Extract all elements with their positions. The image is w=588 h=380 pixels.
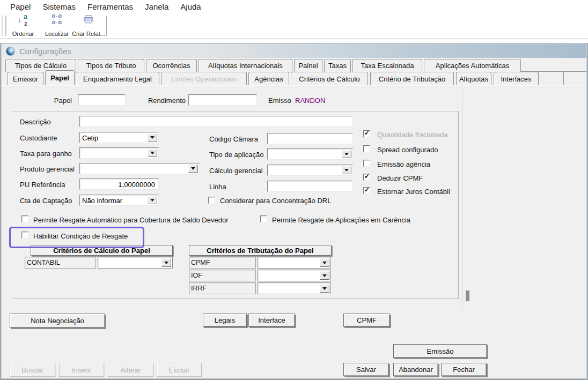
tab-tipos-de-tributo[interactable]: Tipos de Tributo	[78, 59, 144, 72]
tipo-aplicacao-combo[interactable]	[267, 148, 353, 160]
tab-aliquotas[interactable]: Alíquotas	[456, 72, 491, 85]
menu-papel[interactable]: Papel	[4, 1, 36, 13]
cta-captacao-combo-value: Não informar	[82, 196, 122, 204]
chevron-down-icon[interactable]	[320, 271, 329, 280]
emissao-agencia-checkbox[interactable]	[363, 160, 370, 167]
chevron-down-icon[interactable]	[148, 133, 157, 141]
descricao-input[interactable]	[79, 116, 352, 127]
button-label: Buscar	[21, 366, 43, 374]
considerar-drl-checkbox[interactable]	[208, 197, 215, 204]
grid-tributacao-row-iof[interactable]: IOF	[189, 270, 256, 281]
pu-referencia-label: PU Referência	[20, 181, 65, 189]
rendimento-input[interactable]	[188, 94, 257, 106]
window-title: Configurações	[19, 47, 71, 56]
papel-input[interactable]	[78, 94, 126, 106]
tab-label: Limites Operacionais	[171, 75, 236, 83]
tab-interfaces[interactable]: Interfaces	[494, 72, 539, 85]
spread-configurado-checkbox[interactable]	[363, 145, 370, 152]
localizar-label: Localizar	[45, 31, 69, 37]
estornar-juros-contabil-checkbox[interactable]	[363, 187, 370, 194]
button-label: Inserir	[72, 366, 91, 374]
permite-resgate-automatico-checkbox[interactable]	[21, 215, 28, 222]
ordenar-button[interactable]: ↓az Ordenar	[8, 14, 39, 37]
window-titlebar[interactable]: Configurações	[2, 44, 586, 58]
tab-enquadramento-legal[interactable]: Enquadramento Legal	[76, 72, 159, 85]
menu-janela[interactable]: Janela	[139, 1, 174, 13]
deduzir-cpmf-checkbox[interactable]	[363, 174, 370, 181]
button-label: Emissão	[427, 347, 454, 355]
button-label: CPMF	[357, 316, 377, 324]
salvar-button[interactable]: Salvar	[343, 363, 389, 376]
emissor-value: RANDON	[295, 96, 325, 105]
tab-criterios-de-calculo[interactable]: Critérios de Cálculo	[291, 72, 368, 85]
app-icon	[6, 47, 15, 56]
tab-papel[interactable]: Papel	[45, 70, 75, 85]
toolbar-gripper[interactable]	[2, 16, 6, 36]
tab-agencias[interactable]: Agências	[248, 72, 289, 85]
emissao-button[interactable]: Emissão	[393, 344, 487, 358]
tab-ocorrencias[interactable]: Ocorrências	[146, 59, 197, 72]
tab-aliquotas-internacionais[interactable]: Alíquotas Internacionais	[199, 59, 292, 72]
panel-right-divider	[462, 87, 462, 309]
calculo-gerencial-combo[interactable]	[267, 165, 353, 176]
tab-taxa-escalonada[interactable]: Taxa Escalonada	[352, 59, 422, 72]
criar-relatorio-button[interactable]: Criar Relat...	[72, 14, 105, 37]
abandonar-button[interactable]: Abandonar	[393, 363, 438, 376]
estornar-juros-contabil-label: Estornar Juros Contábil	[377, 188, 450, 196]
tab-painel[interactable]: Painel	[294, 59, 322, 72]
legais-button[interactable]: Legais	[203, 314, 247, 327]
grid-tributacao-header[interactable]: Critérios de Tributação do Papel	[189, 245, 332, 256]
tab-label: Papel	[50, 74, 69, 82]
grid-calculo-row-contabil[interactable]: CONTABIL	[25, 257, 96, 269]
taxa-para-ganho-combo[interactable]	[79, 147, 159, 159]
ordenar-label: Ordenar	[12, 31, 34, 37]
cpmf-button[interactable]: CPMF	[343, 314, 390, 327]
chevron-down-icon[interactable]	[148, 196, 157, 204]
grid-tributacao-header-label: Critérios de Tributação do Papel	[207, 247, 313, 255]
grid-cell-label: CPMF	[191, 259, 210, 266]
tab-aplicacoes-automaticas[interactable]: Aplicações Automáticas	[424, 59, 521, 72]
grid-calculo-contabil-combo[interactable]	[98, 257, 173, 269]
menu-sistemas[interactable]: Sistemas	[36, 1, 82, 13]
custodiante-combo[interactable]: Cetip	[79, 132, 159, 143]
tab-emissor[interactable]: Emissor	[8, 72, 43, 85]
interface-button[interactable]: Interface	[248, 314, 295, 327]
permite-resgate-automatico-label: Permite Resgate Automático para Cobertur…	[33, 216, 228, 224]
chevron-down-icon[interactable]	[188, 165, 198, 173]
fechar-button[interactable]: Fechar	[441, 363, 487, 376]
chevron-down-icon[interactable]	[320, 284, 329, 293]
chevron-down-icon[interactable]	[320, 258, 329, 267]
button-label: Legais	[215, 316, 235, 324]
chevron-down-icon[interactable]	[342, 166, 351, 174]
taxa-para-ganho-label: Taxa para ganho	[20, 150, 72, 158]
chevron-down-icon[interactable]	[148, 149, 157, 157]
grid-tributacao-row-irrf[interactable]: IRRF	[189, 282, 256, 294]
pu-referencia-input[interactable]: 1,00000000	[79, 178, 159, 190]
grid-tributacao-row-cpmf[interactable]: CPMF	[189, 257, 256, 269]
linha-input[interactable]	[267, 181, 353, 192]
produto-gerencial-combo[interactable]	[79, 163, 200, 174]
grid-tributacao-irrf-combo[interactable]	[258, 282, 331, 294]
tab-label: Alíquotas	[459, 75, 488, 83]
tab-criterio-de-tributacao[interactable]: Critério de Tributação	[370, 72, 454, 85]
grid-cell-label: CONTABIL	[27, 259, 60, 266]
cta-captacao-combo[interactable]: Não informar	[79, 195, 159, 206]
tab-label: Taxa Escalonada	[361, 62, 414, 70]
grid-tributacao-cpmf-combo[interactable]	[258, 257, 331, 269]
custodiante-label: Custodiante	[20, 134, 57, 142]
chevron-down-icon[interactable]	[161, 258, 171, 267]
nota-negociacao-button[interactable]: Nota Negociação	[10, 314, 105, 328]
permite-resgate-carencia-checkbox[interactable]	[260, 215, 267, 222]
localizar-button[interactable]: Localizar	[41, 14, 73, 37]
button-label: Abandonar	[399, 366, 433, 374]
tab-taxas[interactable]: Taxas	[324, 59, 351, 72]
tab-label: Critério de Tributação	[379, 75, 445, 83]
menu-bar: Papel Sistemas Ferramentas Janela Ajuda	[0, 0, 588, 13]
codigo-camara-input[interactable]	[267, 133, 353, 144]
permite-resgate-carencia-label: Permite Resgate de Aplicações em Carênci…	[272, 216, 410, 224]
grid-tributacao-iof-combo[interactable]	[258, 270, 331, 281]
menu-ferramentas[interactable]: Ferramentas	[82, 1, 139, 13]
chevron-down-icon[interactable]	[342, 150, 351, 158]
resize-marker[interactable]	[466, 290, 469, 301]
menu-ajuda[interactable]: Ajuda	[174, 1, 207, 13]
